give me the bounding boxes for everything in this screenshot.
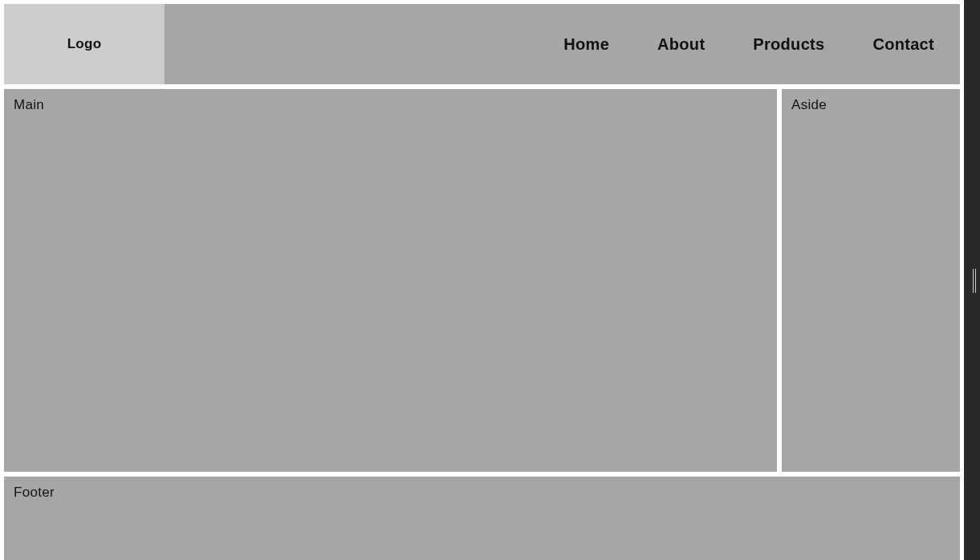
logo[interactable]: Logo xyxy=(4,4,165,84)
nav-item-home[interactable]: Home xyxy=(563,35,609,54)
aside-region: Aside xyxy=(782,89,960,472)
scrollbar-handle-icon[interactable] xyxy=(973,269,976,293)
footer-label: Footer xyxy=(14,485,950,501)
nav-item-contact[interactable]: Contact xyxy=(872,35,934,54)
main-label: Main xyxy=(14,97,767,113)
aside-label: Aside xyxy=(791,97,950,113)
nav-item-about[interactable]: About xyxy=(657,35,705,54)
main-region: Main xyxy=(4,89,777,472)
header: Logo Home About Products Contact xyxy=(4,4,960,84)
scrollbar-track[interactable] xyxy=(964,0,980,560)
page-layout: Logo Home About Products Contact Main As… xyxy=(0,0,964,560)
footer-region: Footer xyxy=(4,477,960,560)
content-row: Main Aside xyxy=(4,89,960,472)
nav-item-products[interactable]: Products xyxy=(753,35,824,54)
nav: Home About Products Contact xyxy=(563,35,960,54)
